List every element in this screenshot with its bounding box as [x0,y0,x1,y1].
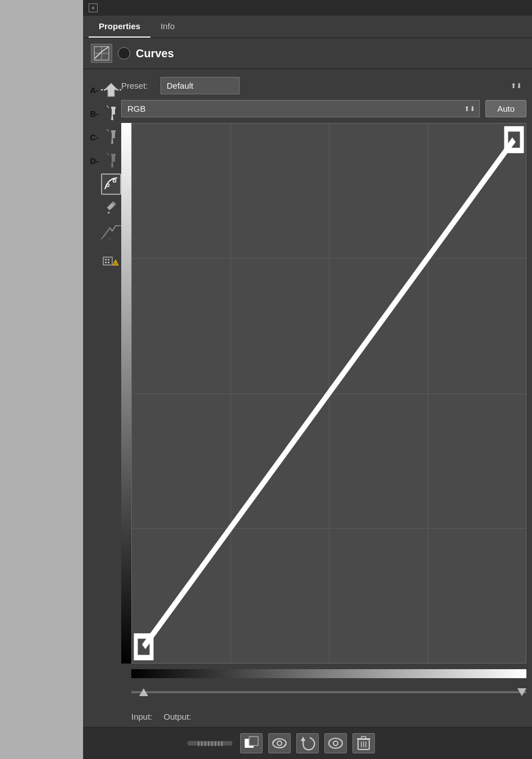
input-label: Input: [131,712,153,721]
svg-rect-32 [108,262,109,263]
tool-d-label: D- [89,156,99,166]
channel-row: RGB Red Green Blue ⬆⬇ Auto [121,100,526,117]
svg-line-15 [107,129,109,131]
delete-button[interactable] [352,733,375,753]
svg-point-44 [329,738,342,748]
tool-d-row: D- [89,150,121,171]
panel: × Properties Info Curves A- [83,0,532,759]
svg-rect-13 [112,132,115,138]
io-row: Input: Output: [121,706,526,727]
svg-line-19 [107,153,109,155]
tool-b-label: B- [89,109,99,118]
svg-rect-29 [105,259,107,260]
pencil-tool[interactable] [101,197,121,218]
curve-container [121,123,526,664]
adjustment-grid-icon[interactable] [91,44,112,63]
channel-select[interactable]: RGB Red Green Blue [121,100,480,117]
preset-select[interactable]: Default Color Negative Cross Process Dar… [160,77,240,94]
svg-marker-5 [104,83,118,97]
targeted-adjustment-tool[interactable] [101,79,121,100]
add-to-selection-button[interactable] [240,733,263,753]
pencil-row [89,197,121,218]
horizontal-gradient-bar [131,669,526,678]
svg-rect-40 [249,737,258,746]
auto-button[interactable]: Auto [485,100,526,117]
svg-point-20 [107,184,109,187]
svg-marker-18 [111,162,113,167]
preset-label: Preset: [121,81,155,90]
preset-select-wrapper: Default Color Negative Cross Process Dar… [160,77,526,94]
clipping-row [89,249,121,270]
svg-point-45 [333,741,338,746]
horizontal-gradient-row [131,669,526,678]
left-toolbar: A- B- [89,77,121,727]
tool-b-row: B- [89,103,121,124]
preset-row: Preset: Default Color Negative Cross Pro… [121,77,526,94]
svg-marker-43 [301,737,305,741]
output-label: Output: [164,712,191,721]
panel-title: Curves [136,47,174,60]
curve-mode-row [89,173,121,195]
svg-rect-31 [105,262,107,263]
svg-rect-12 [111,130,116,132]
svg-rect-17 [112,156,115,162]
panel-header: Curves [83,38,532,69]
svg-point-35 [115,264,116,266]
right-panel: Preset: Default Color Negative Cross Pro… [121,77,526,727]
reset-button[interactable] [296,733,319,753]
clipping-warning-tool[interactable] [101,249,121,270]
tab-info[interactable]: Info [150,16,185,38]
smooth-row: ← [89,221,121,242]
svg-rect-8 [111,107,116,109]
scroll-bar[interactable]: ▐▐▐▐▐▐▐▐ [196,742,223,746]
svg-rect-22 [107,202,116,211]
svg-rect-9 [112,109,115,115]
preset-select-arrow: ⬆⬇ [511,82,522,90]
layer-mask-icon [118,47,130,60]
tabs-bar: Properties Info [83,16,532,38]
svg-rect-28 [103,257,112,265]
curve-adjustment-tool[interactable] [101,173,121,195]
mask-visibility-button[interactable] [324,733,347,753]
svg-rect-16 [111,154,116,156]
svg-marker-10 [111,115,113,120]
svg-rect-30 [108,259,109,260]
tool-c-row: C- [89,126,121,148]
white-point-eyedropper[interactable] [101,103,121,124]
tab-properties[interactable]: Properties [89,16,150,38]
tool-a-label: A- [89,85,99,95]
svg-line-11 [107,106,109,108]
gray-point-eyedropper[interactable] [101,126,121,148]
svg-line-36 [144,140,514,647]
black-point-eyedropper[interactable] [101,150,121,171]
slider-track[interactable] [131,691,526,693]
svg-rect-48 [361,737,366,739]
curve-svg [132,124,526,663]
title-bar: × [83,0,532,16]
svg-marker-14 [111,138,113,144]
highlight-slider-thumb[interactable] [517,688,526,696]
svg-marker-23 [107,212,111,214]
vertical-gradient-bar [121,123,131,664]
channel-select-wrapper: RGB Red Green Blue ⬆⬇ [121,100,480,117]
shadow-slider-thumb[interactable] [139,688,148,696]
tool-c-label: C- [89,132,99,142]
bottom-bar: ▐▐▐▐▐▐▐▐ [83,727,532,759]
visibility-button[interactable] [268,733,291,753]
svg-line-25 [101,237,103,239]
curve-canvas[interactable] [131,123,526,664]
svg-point-21 [113,180,116,182]
svg-text:←: ← [108,236,112,241]
tool-a-row: A- [89,79,121,100]
slider-row [131,684,526,701]
main-content: A- B- [83,69,532,727]
smooth-tool[interactable]: ← [101,221,121,242]
svg-point-42 [277,741,282,746]
close-button[interactable]: × [89,3,98,12]
